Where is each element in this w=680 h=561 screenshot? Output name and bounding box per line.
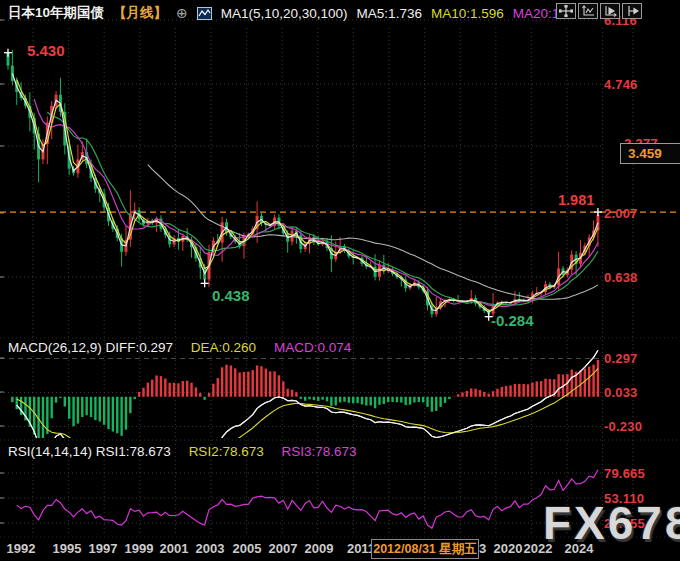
macd-header: MACD(26,12,9) DIFF:0.297 DEA:0.260 MACD:…: [8, 340, 365, 355]
y-axis-label: 4.746: [604, 77, 638, 92]
ma10-value: MA10:1.596: [431, 6, 504, 21]
pan-right-tool-icon: [625, 5, 639, 17]
candlestick-mini-icon: [197, 7, 212, 20]
y-axis-label: 0.638: [604, 270, 638, 285]
y-axis-price-tooltip: 3.459: [620, 143, 680, 164]
x-axis-year-label: 2005: [233, 541, 262, 556]
y-axis-label: -0.230: [604, 419, 642, 434]
rsi-name-rsi1: RSI(14,14,14) RSI1:78.673: [8, 444, 171, 459]
x-scale-tool-icon: [603, 5, 617, 17]
chart-window: 6.1164.7462.0070.6380.2970.033-0.23079.6…: [0, 0, 680, 561]
x-axis-date-tooltip: 2012/08/31 星期五: [371, 539, 479, 559]
macd-dea-value: DEA:0.260: [191, 340, 256, 355]
grid-layer: [0, 20, 680, 537]
x-axis-year-label: 1997: [89, 541, 118, 556]
rsi3-value: RSI3:78.673: [281, 444, 356, 459]
ma-lines-layer: [12, 73, 598, 312]
x-axis-scale-button[interactable]: [600, 3, 620, 19]
x-axis-year-label: 1992: [7, 541, 36, 556]
chart-toolbar: [556, 3, 642, 19]
center-tool-icon: [559, 5, 573, 17]
y-axis-label: 2.007: [604, 206, 638, 221]
center-chart-button[interactable]: [556, 3, 576, 19]
period-label[interactable]: 【月线】: [113, 4, 167, 22]
x-axis-year-label: 1999: [125, 541, 154, 556]
rsi-layer: [17, 470, 598, 529]
macd-macd-value: MACD:0.074: [274, 340, 351, 355]
y-axis-label: 0.297: [604, 351, 638, 366]
y-axis-label: 0.033: [604, 385, 638, 400]
y-axis-scale-button[interactable]: [578, 3, 598, 19]
x-axis-year-label: 2020: [494, 541, 523, 556]
partial-year-label: 3: [479, 541, 486, 556]
x-axis-year-label: 2001: [160, 541, 189, 556]
fx678-watermark: FX678: [543, 496, 680, 550]
y-scale-tool-icon: [581, 5, 595, 17]
rsi2-value: RSI2:78.673: [189, 444, 264, 459]
extreme-markers-layer: [4, 49, 602, 321]
last-price-annotation: 1.981: [558, 192, 594, 208]
x-axis-year-label: 2009: [305, 541, 334, 556]
ma-settings-label: MA1(5,10,20,30,100): [221, 6, 348, 21]
chart-type-icon[interactable]: [197, 7, 212, 20]
high-annotation: 5.430: [27, 42, 65, 59]
zoom-toggle-icon[interactable]: ⊕: [176, 6, 188, 20]
rsi-header: RSI(14,14,14) RSI1:78.673 RSI2:78.673 RS…: [8, 444, 371, 459]
x-axis-year-label: 2007: [269, 541, 298, 556]
x-axis-year-label: 2003: [196, 541, 225, 556]
ma5-value: MA5:1.736: [357, 6, 422, 21]
pan-right-button[interactable]: [622, 3, 642, 19]
macd-name-diff: MACD(26,12,9) DIFF:0.297: [8, 340, 173, 355]
chart-canvas[interactable]: [0, 0, 680, 561]
low-annotation-2019: -0.284: [491, 312, 534, 329]
macd-layer: [12, 350, 598, 499]
x-axis-year-label: 1995: [53, 541, 82, 556]
instrument-title: 日本10年期国债: [8, 4, 104, 22]
y-axis-label: 79.665: [604, 466, 645, 481]
low-annotation-2003: 0.438: [212, 287, 250, 304]
